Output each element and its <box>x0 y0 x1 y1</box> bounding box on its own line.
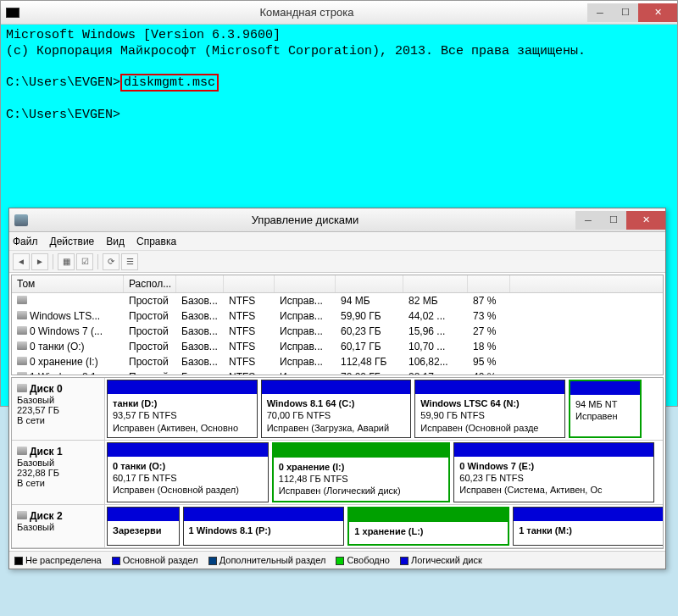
volume-row[interactable]: 0 танки (O:)ПростойБазов...NTFSИсправ...… <box>12 339 663 354</box>
refresh-button[interactable]: ⟳ <box>103 253 119 270</box>
back-button[interactable]: ◄ <box>13 253 30 270</box>
disk-partitions: Зарезерви1 Windows 8.1 (P:)1 хранение (L… <box>105 505 663 547</box>
partition[interactable]: 1 хранение (L:) <box>347 507 509 546</box>
col-header[interactable] <box>176 275 224 292</box>
volume-row[interactable]: 0 хранение (I:)ПростойБазов...NTFSИсправ… <box>12 354 663 369</box>
menu-help[interactable]: Справка <box>136 236 176 247</box>
legend-label: Свободно <box>347 555 390 565</box>
cmd-command-highlighted: diskmgmt.msc <box>120 74 219 92</box>
volume-row[interactable]: 1 Windows 8.1...ПростойБазов...NTFSИспра… <box>12 369 663 375</box>
partition[interactable]: 1 танки (M:) <box>513 507 664 546</box>
col-header[interactable] <box>403 275 468 292</box>
menu-action[interactable]: Действие <box>50 236 95 247</box>
dm-menubar: Файл Действие Вид Справка <box>9 232 665 251</box>
cmd-icon <box>6 8 19 18</box>
menu-view[interactable]: Вид <box>106 236 125 247</box>
dm-title: Управление дисками <box>35 214 575 226</box>
disk-row: Диск 1Базовый232,88 ГБВ сети0 танки (O:)… <box>12 441 663 505</box>
dm-titlebar[interactable]: Управление дисками ─ ☐ ✕ <box>9 208 665 232</box>
partition[interactable]: 94 МБ NTИсправен <box>569 380 642 438</box>
cmd-line: (c) Корпорация Майкрософт (Microsoft Cor… <box>6 44 586 58</box>
cmd-prompt: C:\Users\EVGEN> <box>6 108 120 122</box>
cmd-prompt: C:\Users\EVGEN> <box>6 75 120 90</box>
volume-list-header: Том Распол... <box>12 275 663 293</box>
disk-management-window: Управление дисками ─ ☐ ✕ Файл Действие В… <box>8 208 666 569</box>
volume-row[interactable]: 0 Windows 7 (...ПростойБазов...NTFSИспра… <box>12 324 663 339</box>
minimize-button[interactable]: ─ <box>587 3 613 22</box>
cmd-line: Microsoft Windows [Version 6.3.9600] <box>6 28 281 42</box>
cmd-titlebar[interactable]: Командная строка ─ ☐ ✕ <box>1 1 677 25</box>
disk-partitions: танки (D:)93,57 ГБ NTFSИсправен (Активен… <box>105 378 663 440</box>
disk-partitions: 0 танки (O:)60,17 ГБ NTFSИсправен (Основ… <box>105 441 663 504</box>
partition[interactable]: Windows LTSC 64 (N:)59,90 ГБ NTFSИсправе… <box>414 380 565 438</box>
menu-file[interactable]: Файл <box>13 236 38 247</box>
col-header[interactable] <box>468 275 510 292</box>
legend-swatch-extended <box>208 557 217 565</box>
cmd-title: Командная строка <box>26 6 587 19</box>
maximize-button[interactable]: ☐ <box>613 3 638 22</box>
legend-swatch-unallocated <box>14 557 23 565</box>
dm-toolbar: ◄ ► ▦ ☑ ⟳ ☰ <box>9 251 665 273</box>
disk-graphical-pane[interactable]: Диск 0Базовый223,57 ГБВ сетитанки (D:)93… <box>11 377 664 549</box>
legend-swatch-primary <box>112 557 120 565</box>
col-header[interactable] <box>336 275 403 292</box>
legend-swatch-free <box>336 557 344 565</box>
volume-row[interactable]: Windows LTS...ПростойБазов...NTFSИсправ.… <box>12 308 663 324</box>
col-header-tom[interactable]: Том <box>12 275 124 292</box>
partition[interactable]: 0 хранение (I:)112,48 ГБ NTFSИсправен (Л… <box>272 442 451 502</box>
disk-label[interactable]: Диск 0Базовый223,57 ГБВ сети <box>12 378 105 440</box>
volume-list-body[interactable]: ПростойБазов...NTFSИсправ...94 МБ82 МБ87… <box>12 293 663 375</box>
volume-row[interactable]: ПростойБазов...NTFSИсправ...94 МБ82 МБ87… <box>12 293 663 308</box>
col-header-layout[interactable]: Распол... <box>124 275 176 292</box>
col-header[interactable] <box>224 275 275 292</box>
legend-label: Основной раздел <box>123 555 198 565</box>
legend-swatch-logical <box>400 557 408 565</box>
toolbar-button[interactable]: ☰ <box>121 253 138 270</box>
forward-button[interactable]: ► <box>31 253 48 270</box>
close-button[interactable]: ✕ <box>638 3 677 22</box>
minimize-button[interactable]: ─ <box>575 211 601 230</box>
partition[interactable]: 0 Windows 7 (E:)60,23 ГБ NTFSИсправен (С… <box>453 442 654 502</box>
col-header[interactable] <box>275 275 336 292</box>
toolbar-button[interactable]: ▦ <box>58 253 75 270</box>
legend-label: Дополнительный раздел <box>220 555 326 565</box>
partition[interactable]: 0 танки (O:)60,17 ГБ NTFSИсправен (Основ… <box>107 442 269 502</box>
maximize-button[interactable]: ☐ <box>601 211 626 230</box>
volume-list: Том Распол... ПростойБазов...NTFSИсправ.… <box>11 275 664 375</box>
partition[interactable]: 1 Windows 8.1 (P:) <box>183 507 345 546</box>
legend-label: Логический диск <box>411 555 482 565</box>
disk-label[interactable]: Диск 2Базовый <box>12 505 105 547</box>
partition[interactable]: Зарезерви <box>107 507 180 546</box>
toolbar-button[interactable]: ☑ <box>76 253 93 270</box>
disk-management-icon <box>14 214 28 226</box>
close-button[interactable]: ✕ <box>626 211 665 230</box>
disk-row: Диск 2БазовыйЗарезерви1 Windows 8.1 (P:)… <box>12 505 663 548</box>
partition[interactable]: Windows 8.1 64 (C:)70,00 ГБ NTFSИсправен… <box>261 380 412 438</box>
legend-label: Не распределена <box>25 555 102 565</box>
disk-label[interactable]: Диск 1Базовый232,88 ГБВ сети <box>12 441 105 504</box>
partition[interactable]: танки (D:)93,57 ГБ NTFSИсправен (Активен… <box>107 380 258 438</box>
disk-row: Диск 0Базовый223,57 ГБВ сетитанки (D:)93… <box>12 378 663 441</box>
legend: Не распределена Основной раздел Дополнит… <box>9 551 665 569</box>
